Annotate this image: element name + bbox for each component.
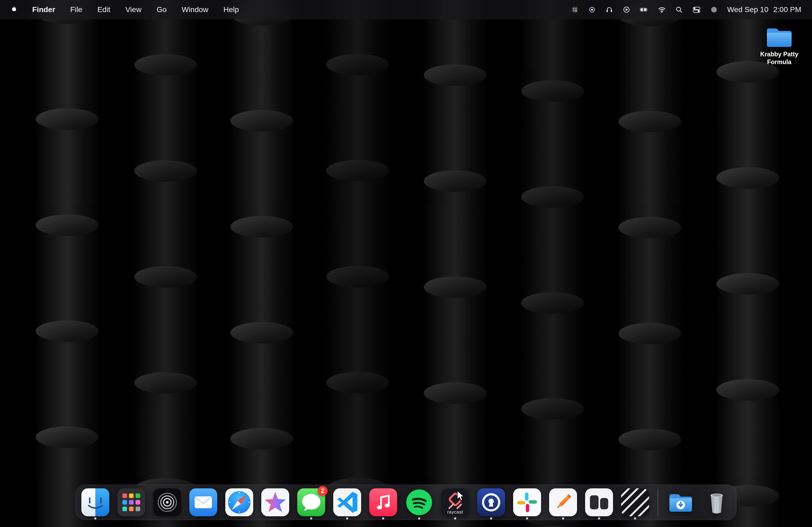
status-headphones-icon[interactable] — [605, 6, 613, 14]
status-play-circle-icon[interactable] — [622, 6, 630, 14]
dock-item-downloads[interactable] — [667, 488, 695, 516]
running-indicator — [634, 517, 636, 520]
striped-app-icon — [621, 488, 649, 516]
running-indicator — [346, 517, 348, 520]
mail-icon — [189, 488, 217, 516]
desktop-folder-label: Krabby Patty Formula — [760, 50, 798, 66]
spotify-icon — [405, 488, 433, 516]
dock-item-mail[interactable] — [189, 488, 217, 516]
messages-badge: 2 — [318, 486, 328, 496]
1password-icon — [477, 488, 505, 516]
running-indicator — [382, 517, 384, 520]
apple-icon — [10, 4, 17, 13]
dock-item-safari[interactable] — [225, 488, 253, 516]
menubar-date: Wed Sep 10 — [727, 5, 768, 14]
dock: 2 — [76, 485, 736, 520]
rings-app-icon — [153, 488, 181, 516]
battery-charging-icon[interactable] — [640, 6, 649, 14]
folder-icon — [765, 25, 794, 49]
running-indicator — [454, 517, 456, 520]
running-indicator — [598, 517, 600, 520]
pen-app-icon — [549, 488, 577, 516]
dock-item-music[interactable] — [369, 488, 397, 516]
menubar-clock[interactable]: Wed Sep 10 2:00 PM — [727, 5, 801, 14]
slack-icon — [513, 488, 541, 516]
dock-item-messages[interactable]: 2 — [297, 488, 325, 516]
desktop-folder-krabby-patty[interactable]: Krabby Patty Formula — [750, 25, 809, 66]
music-icon — [369, 488, 397, 516]
dock-item-launchpad[interactable] — [117, 488, 145, 516]
mouse-cursor — [456, 490, 465, 502]
dock-item-striped-app[interactable] — [621, 488, 649, 516]
app-menu-active[interactable]: Finder — [32, 5, 55, 14]
menu-edit[interactable]: Edit — [98, 5, 110, 14]
dock-item-star-app[interactable] — [261, 488, 289, 516]
launchpad-icon — [117, 488, 145, 516]
dock-divider — [657, 489, 658, 516]
wifi-icon[interactable] — [658, 6, 666, 14]
running-indicator — [310, 517, 312, 520]
dock-item-panels-app[interactable] — [585, 488, 613, 516]
star-app-icon — [261, 488, 289, 516]
dock-item-finder[interactable] — [81, 488, 109, 516]
safari-icon — [225, 488, 253, 516]
menubar-time: 2:00 PM — [773, 5, 801, 14]
running-indicator — [562, 517, 564, 520]
running-indicator — [418, 517, 420, 520]
desktop: Finder File Edit View Go Window Help — [0, 0, 812, 527]
raycast-hover-label: raycast — [447, 510, 463, 515]
menu-help[interactable]: Help — [223, 5, 239, 14]
dock-item-vscode[interactable] — [333, 488, 361, 516]
dock-item-trash[interactable] — [703, 488, 731, 516]
finder-icon — [81, 488, 109, 516]
downloads-folder-icon — [667, 488, 695, 516]
menu-bar-left: Finder File Edit View Go Window Help — [10, 4, 239, 15]
menu-bar: Finder File Edit View Go Window Help — [0, 0, 812, 19]
status-colored-grid-app-icon[interactable] — [571, 6, 579, 14]
dock-item-1password[interactable] — [477, 488, 505, 516]
menu-file[interactable]: File — [70, 5, 83, 14]
dock-item-pen-app[interactable] — [549, 488, 577, 516]
menu-bar-right: Wed Sep 10 2:00 PM — [571, 5, 801, 14]
status-record-circle-icon[interactable] — [588, 6, 596, 14]
dock-item-spotify[interactable] — [405, 488, 433, 516]
dock-item-rings-app[interactable] — [153, 488, 181, 516]
trash-icon — [703, 488, 731, 516]
menu-view[interactable]: View — [126, 5, 142, 14]
apple-menu[interactable] — [10, 4, 17, 15]
panels-app-icon — [585, 488, 613, 516]
running-indicator — [526, 517, 528, 520]
spotlight-search-icon[interactable] — [675, 6, 683, 14]
control-center-icon[interactable] — [692, 6, 701, 14]
menu-go[interactable]: Go — [157, 5, 166, 14]
dock-item-slack[interactable] — [513, 488, 541, 516]
account-circle-icon[interactable] — [710, 6, 718, 14]
vscode-icon — [333, 488, 361, 516]
running-indicator — [490, 517, 492, 520]
menu-window[interactable]: Window — [182, 5, 208, 14]
wallpaper — [0, 0, 812, 527]
running-indicator — [94, 517, 97, 520]
